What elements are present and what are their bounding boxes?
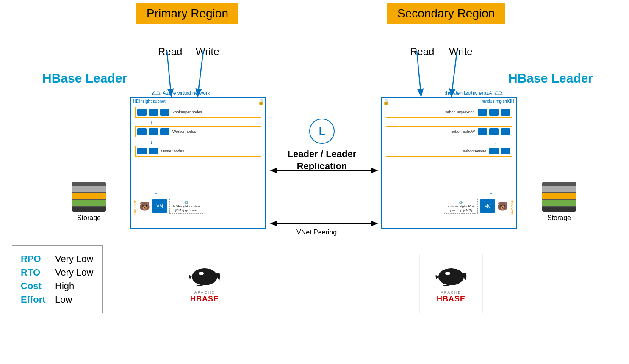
replication-arrow-top <box>265 164 383 177</box>
svg-point-8 <box>438 268 464 285</box>
edge-node-primary: VM <box>152 199 167 213</box>
metric-effort: Effort Low <box>21 294 94 305</box>
hdinsight-service-secondary: ⚙️HDInsight service (PMs) gateway <box>444 199 478 214</box>
orca-icon-right <box>434 264 468 290</box>
worker-node-1 <box>137 128 147 135</box>
zk-down-arrow: ↓ <box>135 119 261 126</box>
worker-row: Worker nodes <box>135 126 261 137</box>
bear-icon-primary: 🐻 <box>139 201 150 211</box>
hbase-logo-right: APACHE HBASE <box>419 254 483 313</box>
zk-node-3 <box>160 109 169 116</box>
storage-left: Storage <box>72 182 106 222</box>
hbase-leader-right: HBase Leader <box>508 71 593 85</box>
primary-region-label: Primary Region <box>136 3 238 24</box>
secondary-master-label: Master nodes <box>463 149 486 153</box>
replication-arrow-bottom <box>265 217 383 230</box>
secondary-zookeeper-label: Zookeeper nodes <box>445 110 475 114</box>
zookeeper-row: Zookeeper nodes <box>135 107 261 118</box>
hbase-leader-left: HBase Leader <box>42 71 127 85</box>
svg-point-9 <box>445 272 450 275</box>
svg-line-2 <box>417 51 421 95</box>
zk-node-1 <box>137 109 147 116</box>
svg-line-1 <box>198 51 203 95</box>
orca-icon-left <box>188 264 222 290</box>
metric-rto: RTO Very Low <box>21 267 94 278</box>
hdinsight-service-primary: ⚙️HDInsight service (PMs) gateway <box>169 199 203 214</box>
metric-cost: Cost High <box>21 281 94 292</box>
zk-node-2 <box>149 109 158 116</box>
secondary-zookeeper-row: Zookeeper nodes <box>386 107 512 118</box>
metric-rpo: RPO Very Low <box>21 254 94 265</box>
secondary-cluster-container: Azure virtual network 🔒 HDInsight subnet… <box>381 97 517 229</box>
master-label: Master nodes <box>161 149 184 153</box>
zookeeper-label: Zookeeper nodes <box>172 110 202 114</box>
svg-line-0 <box>167 51 171 95</box>
secondary-read-arrow <box>412 47 437 102</box>
primary-cluster-container: Azure virtual network 🔒 HDInsight subnet… <box>130 97 266 229</box>
vnet-peering-label: VNet Peering <box>296 229 337 236</box>
storage-right: Storage <box>542 182 576 222</box>
master-node-2 <box>149 148 158 154</box>
worker-node-2 <box>149 128 158 135</box>
master-row: Master nodes <box>135 146 261 157</box>
secondary-azure-vnet-label: Azure virtual network <box>445 90 503 97</box>
hdinsight-subnet-label: HDInsight subnet <box>131 98 265 105</box>
to-edge-arrow: ↕ <box>131 191 265 198</box>
bear-icon-secondary: 🐻 <box>497 201 508 211</box>
worker-node-3 <box>160 128 169 135</box>
svg-point-7 <box>199 272 204 275</box>
secondary-worker-row: Worker nodes <box>386 126 512 137</box>
secondary-worker-label: Worker nodes <box>451 130 475 134</box>
worker-label: Worker nodes <box>172 130 196 134</box>
azure-vnet-label: Azure virtual network <box>152 90 210 97</box>
secondary-region-label: Secondary Region <box>387 3 505 24</box>
metrics-box: RPO Very Low RTO Very Low Cost High Effo… <box>12 245 103 313</box>
svg-line-3 <box>452 51 457 95</box>
leader-circle: L <box>309 119 335 144</box>
svg-point-6 <box>192 268 217 285</box>
secondary-hadoop-label: HADOOP <box>510 198 514 215</box>
edge-node-secondary: VM <box>480 199 495 213</box>
secondary-hdinsight-subnet-label: HDInsight subnet <box>382 98 516 105</box>
master-node-1 <box>137 148 147 154</box>
worker-down-arrow: ↓ <box>135 138 261 146</box>
secondary-master-row: Master nodes <box>386 146 512 157</box>
hadoop-label: HADOOP <box>133 198 137 215</box>
hbase-logo-left: APACHE HBASE <box>173 254 236 313</box>
